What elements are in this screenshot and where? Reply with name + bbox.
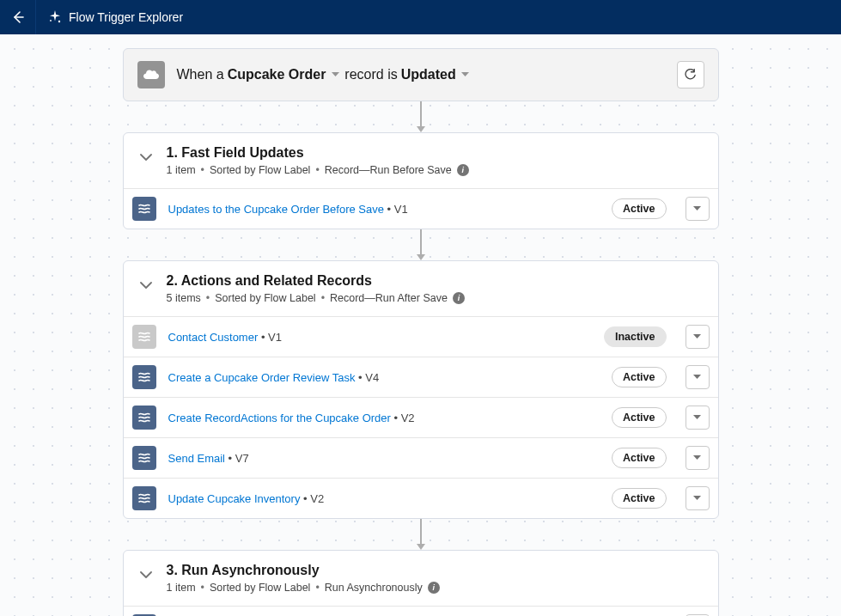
flow-icon: [132, 486, 156, 510]
flow-row: Updates to the Cupcake Order Before Save…: [124, 188, 718, 229]
connector-arrow: [123, 519, 719, 550]
arrow-left-icon: [11, 10, 25, 24]
collapse-toggle[interactable]: [137, 149, 155, 166]
sparkle-icon: [48, 10, 62, 24]
flow-icon: [132, 406, 156, 430]
item-count: 5 items: [167, 292, 201, 304]
back-button[interactable]: [0, 0, 36, 34]
section-title: 3. Run Asynchronously: [167, 563, 440, 578]
info-icon[interactable]: i: [453, 292, 465, 304]
trigger-mid: record is: [344, 67, 397, 82]
collapse-toggle[interactable]: [137, 566, 155, 583]
collapse-toggle[interactable]: [137, 277, 155, 294]
status-badge: Active: [612, 488, 667, 509]
canvas: When a Cupcake Order record is Updated 1…: [0, 34, 841, 616]
trigger-card: When a Cupcake Order record is Updated: [123, 48, 719, 101]
flow-icon: [132, 197, 156, 221]
flow-version: • V4: [358, 371, 379, 384]
row-menu-button[interactable]: [686, 197, 710, 221]
flow-icon: [132, 365, 156, 389]
topbar-title-wrap: Flow Trigger Explorer: [36, 10, 195, 24]
status-badge: Active: [612, 448, 667, 468]
row-menu-button[interactable]: [686, 325, 710, 349]
flow-link[interactable]: Updates to the Cupcake Order Before Save: [168, 203, 384, 216]
flow-icon: [132, 446, 156, 470]
flow-version: • V1: [261, 331, 282, 344]
sort-label: Sorted by Flow Label: [210, 582, 310, 594]
flow-version: • V1: [387, 203, 408, 216]
trigger-prefix: When a: [177, 67, 224, 82]
flow-link[interactable]: Create RecordActions for the Cupcake Ord…: [168, 412, 391, 424]
connector-arrow: [123, 101, 719, 132]
section-meta: 5 items•Sorted by Flow Label•Record—Run …: [167, 292, 465, 304]
flow-label-wrap: Updates to the Cupcake Order Before Save…: [168, 203, 408, 216]
flow-label-wrap: Create RecordActions for the Cupcake Ord…: [168, 412, 415, 424]
section-title: 1. Fast Field Updates: [167, 145, 469, 161]
context-label: Run Asynchronously: [325, 582, 423, 594]
flow-version: • V2: [303, 492, 324, 505]
flow-icon: [132, 325, 156, 349]
page-title: Flow Trigger Explorer: [69, 10, 183, 24]
flow-version: • V7: [229, 452, 249, 465]
svg-point-1: [58, 21, 60, 22]
info-icon[interactable]: i: [428, 582, 440, 594]
flow-link[interactable]: Send Email: [168, 452, 225, 465]
flow-row: Create RecordActions for the Cupcake Ord…: [124, 397, 718, 437]
row-menu-button[interactable]: [686, 486, 710, 510]
flow-label-wrap: Send Email • V7: [168, 452, 249, 465]
flow-link[interactable]: Contact Customer: [168, 331, 259, 344]
section-meta: 1 item•Sorted by Flow Label•Record—Run B…: [167, 164, 469, 176]
flow-label-wrap: Update Cupcake Inventory • V2: [168, 492, 325, 505]
sort-label: Sorted by Flow Label: [210, 164, 310, 176]
section-header: 2. Actions and Related Records5 items•So…: [124, 261, 718, 316]
section-title: 2. Actions and Related Records: [167, 273, 465, 289]
section-meta: 1 item•Sorted by Flow Label•Run Asynchro…: [167, 582, 440, 594]
row-menu-button[interactable]: [686, 446, 710, 470]
refresh-button[interactable]: [677, 61, 704, 88]
flow-row: Update Cupcake Inventory • V2Active: [124, 606, 718, 616]
row-menu-button[interactable]: [686, 406, 710, 430]
cloud-icon: [137, 61, 165, 88]
status-badge: Inactive: [604, 326, 667, 347]
refresh-icon: [684, 69, 697, 82]
flow-row: Create a Cupcake Order Review Task • V4A…: [124, 357, 718, 397]
row-menu-button[interactable]: [686, 365, 710, 389]
svg-point-2: [50, 20, 52, 21]
flow-link[interactable]: Create a Cupcake Order Review Task: [168, 371, 356, 384]
status-badge: Active: [612, 198, 667, 219]
status-badge: Active: [612, 367, 667, 387]
object-dropdown[interactable]: [331, 70, 339, 79]
flow-label-wrap: Create a Cupcake Order Review Task • V4: [168, 371, 380, 384]
item-count: 1 item: [167, 164, 196, 176]
item-count: 1 item: [167, 582, 196, 594]
section-header: 3. Run Asynchronously1 item•Sorted by Fl…: [124, 551, 718, 606]
section-card: 3. Run Asynchronously1 item•Sorted by Fl…: [123, 550, 719, 616]
context-label: Record—Run Before Save: [325, 164, 452, 176]
event-dropdown[interactable]: [461, 70, 470, 79]
flow-link[interactable]: Update Cupcake Inventory: [168, 492, 301, 505]
connector-arrow: [123, 229, 719, 260]
flow-row: Send Email • V7Active: [124, 437, 718, 478]
section-card: 1. Fast Field Updates1 item•Sorted by Fl…: [123, 132, 719, 229]
flow-row: Contact Customer • V1Inactive: [124, 316, 718, 357]
info-icon[interactable]: i: [457, 164, 469, 176]
trigger-text: When a Cupcake Order record is Updated: [177, 67, 472, 82]
flow-row: Update Cupcake Inventory • V2Active: [124, 478, 718, 518]
section-card: 2. Actions and Related Records5 items•So…: [123, 260, 719, 519]
status-badge: Active: [612, 407, 667, 428]
sort-label: Sorted by Flow Label: [215, 292, 315, 304]
topbar: Flow Trigger Explorer: [0, 0, 841, 34]
trigger-object: Cupcake Order: [228, 67, 326, 82]
trigger-event: Updated: [401, 67, 456, 82]
section-header: 1. Fast Field Updates1 item•Sorted by Fl…: [124, 133, 718, 188]
flow-label-wrap: Contact Customer • V1: [168, 331, 282, 344]
flow-version: • V2: [394, 412, 415, 424]
context-label: Record—Run After Save: [330, 292, 448, 304]
